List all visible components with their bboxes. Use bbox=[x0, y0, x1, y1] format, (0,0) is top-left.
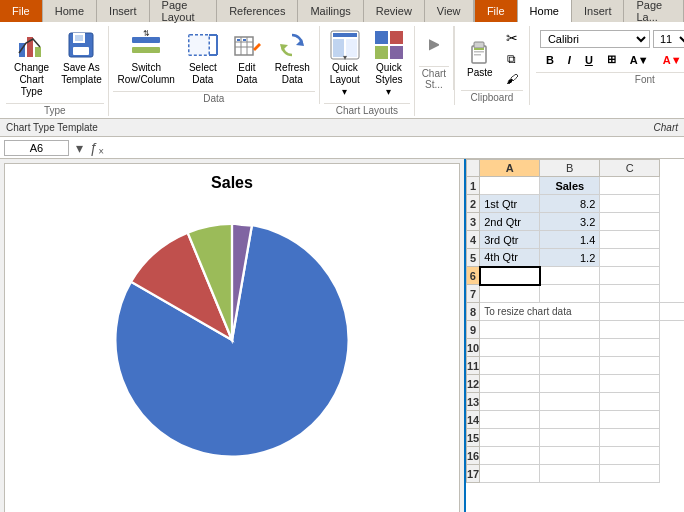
cell-r16-c1[interactable] bbox=[480, 447, 540, 465]
cell-r9-c2[interactable] bbox=[540, 321, 600, 339]
font-name-select[interactable]: Calibri bbox=[540, 30, 650, 48]
cell-r15-c1[interactable] bbox=[480, 429, 540, 447]
cell-r1-c2[interactable]: Sales bbox=[540, 177, 600, 195]
tab-view[interactable]: View bbox=[425, 0, 474, 22]
cell-r14-c3[interactable] bbox=[600, 411, 660, 429]
cell-r12-c3[interactable] bbox=[600, 375, 660, 393]
cell-reference[interactable] bbox=[4, 140, 69, 156]
cell-r8-c1[interactable]: To resize chart data bbox=[480, 303, 600, 321]
bold-button[interactable]: B bbox=[540, 52, 560, 68]
cell-r4-c1[interactable]: 3rd Qtr bbox=[480, 231, 540, 249]
cell-r7-c1[interactable] bbox=[480, 285, 540, 303]
row-header-13[interactable]: 13 bbox=[467, 393, 480, 411]
tab-review[interactable]: Review bbox=[364, 0, 425, 22]
tab-page-la[interactable]: Page La... bbox=[624, 0, 684, 22]
cell-r13-c1[interactable] bbox=[480, 393, 540, 411]
cell-r8-c3[interactable] bbox=[660, 303, 684, 321]
cell-r17-c2[interactable] bbox=[540, 465, 600, 483]
row-header-10[interactable]: 10 bbox=[467, 339, 480, 357]
formula-expand-icon[interactable]: ▾ bbox=[73, 140, 86, 156]
row-header-8[interactable]: 8 bbox=[467, 303, 480, 321]
cell-r14-c2[interactable] bbox=[540, 411, 600, 429]
cell-r11-c1[interactable] bbox=[480, 357, 540, 375]
cell-r13-c2[interactable] bbox=[540, 393, 600, 411]
row-header-9[interactable]: 9 bbox=[467, 321, 480, 339]
cell-r9-c1[interactable] bbox=[480, 321, 540, 339]
tab-insert2[interactable]: Insert bbox=[572, 0, 625, 22]
formula-input[interactable] bbox=[108, 141, 680, 155]
col-header-c[interactable]: C bbox=[600, 160, 660, 177]
cell-r3-c3[interactable] bbox=[600, 213, 660, 231]
refresh-data-button[interactable]: RefreshData bbox=[270, 26, 315, 89]
cell-r13-c3[interactable] bbox=[600, 393, 660, 411]
cell-r2-c1[interactable]: 1st Qtr bbox=[480, 195, 540, 213]
underline-button[interactable]: U bbox=[579, 52, 599, 68]
row-header-5[interactable]: 5 bbox=[467, 249, 480, 267]
cell-r15-c3[interactable] bbox=[600, 429, 660, 447]
change-chart-type-button[interactable]: ChangeChart Type bbox=[6, 26, 57, 101]
cell-r17-c3[interactable] bbox=[600, 465, 660, 483]
tab-file2[interactable]: File bbox=[475, 0, 518, 22]
cell-r7-c2[interactable] bbox=[540, 285, 600, 303]
row-header-3[interactable]: 3 bbox=[467, 213, 480, 231]
cell-r12-c1[interactable] bbox=[480, 375, 540, 393]
row-header-11[interactable]: 11 bbox=[467, 357, 480, 375]
cell-r5-c2[interactable]: 1.2 bbox=[540, 249, 600, 267]
row-header-14[interactable]: 14 bbox=[467, 411, 480, 429]
cell-r17-c1[interactable] bbox=[480, 465, 540, 483]
cell-r16-c3[interactable] bbox=[600, 447, 660, 465]
tab-home[interactable]: Home bbox=[43, 0, 97, 22]
select-data-button[interactable]: SelectData bbox=[182, 26, 224, 89]
cell-r14-c1[interactable] bbox=[480, 411, 540, 429]
cell-r11-c3[interactable] bbox=[600, 357, 660, 375]
tab-mailings[interactable]: Mailings bbox=[298, 0, 363, 22]
cell-r6-c1[interactable] bbox=[480, 267, 540, 285]
row-header-6[interactable]: 6 bbox=[467, 267, 480, 285]
cell-r12-c2[interactable] bbox=[540, 375, 600, 393]
switch-row-column-button[interactable]: ⇅ SwitchRow/Column bbox=[113, 26, 180, 89]
cell-r4-c2[interactable]: 1.4 bbox=[540, 231, 600, 249]
fill-color-button[interactable]: A▼ bbox=[624, 52, 655, 68]
fx-icon[interactable]: ƒₓ bbox=[90, 140, 104, 156]
row-header-7[interactable]: 7 bbox=[467, 285, 480, 303]
border-button[interactable]: ⊞ bbox=[601, 51, 622, 68]
cell-r5-c1[interactable]: 4th Qtr bbox=[480, 249, 540, 267]
row-header-4[interactable]: 4 bbox=[467, 231, 480, 249]
font-size-select[interactable]: 11 bbox=[653, 30, 684, 48]
tab-insert[interactable]: Insert bbox=[97, 0, 150, 22]
font-color-button[interactable]: A▼ bbox=[657, 52, 684, 68]
cell-r10-c2[interactable] bbox=[540, 339, 600, 357]
cell-r16-c2[interactable] bbox=[540, 447, 600, 465]
cell-r10-c3[interactable] bbox=[600, 339, 660, 357]
save-as-template-button[interactable]: Save AsTemplate bbox=[59, 26, 103, 101]
format-painter-button[interactable]: 🖌 bbox=[501, 70, 523, 88]
cell-r2-c2[interactable]: 8.2 bbox=[540, 195, 600, 213]
paste-button[interactable]: Paste bbox=[461, 35, 499, 82]
cell-r1-c3[interactable] bbox=[600, 177, 660, 195]
quick-styles-button[interactable]: QuickStyles ▾ bbox=[368, 26, 410, 101]
cell-r6-c2[interactable] bbox=[540, 267, 600, 285]
row-header-17[interactable]: 17 bbox=[467, 465, 480, 483]
tab-file[interactable]: File bbox=[0, 0, 43, 22]
chart-st-btn[interactable]: ▶ bbox=[419, 26, 449, 64]
edit-data-button[interactable]: EditData bbox=[226, 26, 268, 89]
cell-r10-c1[interactable] bbox=[480, 339, 540, 357]
cell-r5-c3[interactable] bbox=[600, 249, 660, 267]
row-header-2[interactable]: 2 bbox=[467, 195, 480, 213]
quick-layout-button[interactable]: ▾ QuickLayout ▾ bbox=[324, 26, 366, 101]
row-header-1[interactable]: 1 bbox=[467, 177, 480, 195]
cell-r7-c3[interactable] bbox=[600, 285, 660, 303]
cell-r2-c3[interactable] bbox=[600, 195, 660, 213]
cell-r9-c3[interactable] bbox=[600, 321, 660, 339]
italic-button[interactable]: I bbox=[562, 52, 577, 68]
row-header-16[interactable]: 16 bbox=[467, 447, 480, 465]
cell-r4-c3[interactable] bbox=[600, 231, 660, 249]
cell-r6-c3[interactable] bbox=[600, 267, 660, 285]
cell-r1-c1[interactable] bbox=[480, 177, 540, 195]
copy-button[interactable]: ⧉ bbox=[501, 50, 523, 68]
tab-home2[interactable]: Home bbox=[518, 0, 572, 22]
col-header-a[interactable]: A bbox=[480, 160, 540, 177]
cell-r8-c2[interactable] bbox=[600, 303, 660, 321]
tab-references[interactable]: References bbox=[217, 0, 298, 22]
cell-r15-c2[interactable] bbox=[540, 429, 600, 447]
